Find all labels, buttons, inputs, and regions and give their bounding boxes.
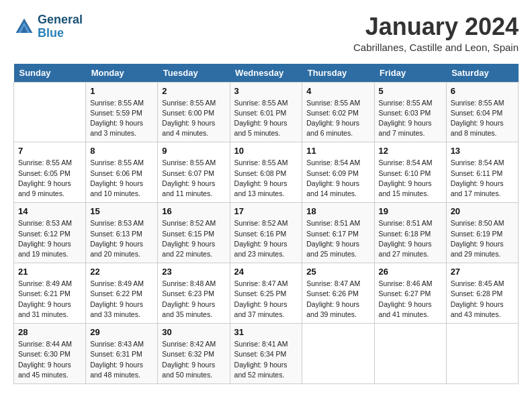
location-subtitle: Cabrillanes, Castille and Leon, Spain bbox=[353, 42, 519, 53]
day-number: 10 bbox=[234, 146, 298, 156]
day-info: Sunrise: 8:55 AMSunset: 6:00 PMDaylight:… bbox=[162, 98, 225, 139]
calendar-cell: 10Sunrise: 8:55 AMSunset: 6:08 PMDayligh… bbox=[230, 142, 302, 203]
day-info: Sunrise: 8:55 AMSunset: 6:08 PMDaylight:… bbox=[234, 158, 298, 199]
day-number: 7 bbox=[18, 146, 81, 156]
day-number: 15 bbox=[90, 206, 153, 216]
calendar-cell: 2Sunrise: 8:55 AMSunset: 6:00 PMDaylight… bbox=[158, 82, 230, 142]
day-number: 5 bbox=[379, 86, 442, 96]
page-header: General Blue January 2024 Cabrillanes, C… bbox=[13, 13, 519, 53]
day-number: 9 bbox=[162, 146, 225, 156]
calendar-cell bbox=[374, 324, 446, 384]
day-info: Sunrise: 8:52 AMSunset: 6:16 PMDaylight:… bbox=[234, 218, 298, 259]
day-info: Sunrise: 8:49 AMSunset: 6:22 PMDaylight:… bbox=[90, 279, 153, 320]
day-number: 19 bbox=[379, 206, 442, 216]
calendar-week-1: 1Sunrise: 8:55 AMSunset: 5:59 PMDaylight… bbox=[14, 82, 519, 142]
calendar-cell: 31Sunrise: 8:41 AMSunset: 6:34 PMDayligh… bbox=[230, 324, 302, 384]
day-info: Sunrise: 8:55 AMSunset: 6:05 PMDaylight:… bbox=[18, 158, 81, 199]
calendar-cell: 13Sunrise: 8:54 AMSunset: 6:11 PMDayligh… bbox=[446, 142, 518, 203]
calendar-cell: 20Sunrise: 8:50 AMSunset: 6:19 PMDayligh… bbox=[446, 203, 518, 263]
calendar-cell bbox=[14, 82, 86, 142]
calendar-week-2: 7Sunrise: 8:55 AMSunset: 6:05 PMDaylight… bbox=[14, 142, 519, 203]
column-header-friday: Friday bbox=[374, 64, 446, 83]
day-info: Sunrise: 8:43 AMSunset: 6:31 PMDaylight:… bbox=[90, 339, 153, 380]
day-number: 17 bbox=[234, 206, 298, 216]
calendar-cell: 8Sunrise: 8:55 AMSunset: 6:06 PMDaylight… bbox=[86, 142, 158, 203]
month-title: January 2024 bbox=[353, 13, 519, 40]
day-info: Sunrise: 8:55 AMSunset: 6:03 PMDaylight:… bbox=[379, 98, 442, 139]
day-number: 22 bbox=[90, 267, 153, 277]
day-info: Sunrise: 8:48 AMSunset: 6:23 PMDaylight:… bbox=[162, 279, 225, 320]
calendar-cell bbox=[302, 324, 374, 384]
calendar-cell: 19Sunrise: 8:51 AMSunset: 6:18 PMDayligh… bbox=[374, 203, 446, 263]
day-number: 27 bbox=[451, 267, 514, 277]
day-info: Sunrise: 8:47 AMSunset: 6:25 PMDaylight:… bbox=[234, 279, 298, 320]
calendar-cell: 15Sunrise: 8:53 AMSunset: 6:13 PMDayligh… bbox=[86, 203, 158, 263]
calendar-cell: 27Sunrise: 8:45 AMSunset: 6:28 PMDayligh… bbox=[446, 263, 518, 324]
day-number: 23 bbox=[162, 267, 225, 277]
day-info: Sunrise: 8:50 AMSunset: 6:19 PMDaylight:… bbox=[451, 218, 514, 259]
calendar-cell: 24Sunrise: 8:47 AMSunset: 6:25 PMDayligh… bbox=[230, 263, 302, 324]
day-number: 18 bbox=[306, 206, 369, 216]
day-number: 30 bbox=[162, 327, 225, 337]
logo: General Blue bbox=[13, 13, 83, 40]
calendar-cell: 28Sunrise: 8:44 AMSunset: 6:30 PMDayligh… bbox=[14, 324, 86, 384]
day-info: Sunrise: 8:46 AMSunset: 6:27 PMDaylight:… bbox=[379, 279, 442, 320]
calendar-cell: 26Sunrise: 8:46 AMSunset: 6:27 PMDayligh… bbox=[374, 263, 446, 324]
day-number: 26 bbox=[379, 267, 442, 277]
day-info: Sunrise: 8:55 AMSunset: 6:02 PMDaylight:… bbox=[306, 98, 369, 139]
calendar-cell: 6Sunrise: 8:55 AMSunset: 6:04 PMDaylight… bbox=[446, 82, 518, 142]
day-number: 20 bbox=[451, 206, 514, 216]
day-number: 3 bbox=[234, 86, 298, 96]
calendar-week-5: 28Sunrise: 8:44 AMSunset: 6:30 PMDayligh… bbox=[14, 324, 519, 384]
column-header-thursday: Thursday bbox=[302, 64, 374, 83]
day-info: Sunrise: 8:53 AMSunset: 6:13 PMDaylight:… bbox=[90, 218, 153, 259]
day-info: Sunrise: 8:51 AMSunset: 6:18 PMDaylight:… bbox=[379, 218, 442, 259]
column-header-monday: Monday bbox=[86, 64, 158, 83]
calendar-cell: 5Sunrise: 8:55 AMSunset: 6:03 PMDaylight… bbox=[374, 82, 446, 142]
calendar-cell: 18Sunrise: 8:51 AMSunset: 6:17 PMDayligh… bbox=[302, 203, 374, 263]
calendar-cell: 29Sunrise: 8:43 AMSunset: 6:31 PMDayligh… bbox=[86, 324, 158, 384]
day-number: 6 bbox=[451, 86, 514, 96]
calendar-cell: 25Sunrise: 8:47 AMSunset: 6:26 PMDayligh… bbox=[302, 263, 374, 324]
calendar-cell: 3Sunrise: 8:55 AMSunset: 6:01 PMDaylight… bbox=[230, 82, 302, 142]
day-number: 28 bbox=[18, 327, 81, 337]
day-info: Sunrise: 8:55 AMSunset: 6:06 PMDaylight:… bbox=[90, 158, 153, 199]
day-number: 24 bbox=[234, 267, 298, 277]
day-info: Sunrise: 8:42 AMSunset: 6:32 PMDaylight:… bbox=[162, 339, 225, 380]
day-number: 14 bbox=[18, 206, 81, 216]
calendar-cell: 1Sunrise: 8:55 AMSunset: 5:59 PMDaylight… bbox=[86, 82, 158, 142]
day-info: Sunrise: 8:51 AMSunset: 6:17 PMDaylight:… bbox=[306, 218, 369, 259]
day-number: 31 bbox=[234, 327, 298, 337]
day-number: 21 bbox=[18, 267, 81, 277]
calendar-cell: 9Sunrise: 8:55 AMSunset: 6:07 PMDaylight… bbox=[158, 142, 230, 203]
day-number: 13 bbox=[451, 146, 514, 156]
calendar-cell: 17Sunrise: 8:52 AMSunset: 6:16 PMDayligh… bbox=[230, 203, 302, 263]
column-header-wednesday: Wednesday bbox=[230, 64, 302, 83]
day-info: Sunrise: 8:41 AMSunset: 6:34 PMDaylight:… bbox=[234, 339, 298, 380]
title-block: January 2024 Cabrillanes, Castille and L… bbox=[353, 13, 519, 53]
calendar-week-3: 14Sunrise: 8:53 AMSunset: 6:12 PMDayligh… bbox=[14, 203, 519, 263]
day-number: 29 bbox=[90, 327, 153, 337]
day-info: Sunrise: 8:47 AMSunset: 6:26 PMDaylight:… bbox=[306, 279, 369, 320]
calendar-cell: 16Sunrise: 8:52 AMSunset: 6:15 PMDayligh… bbox=[158, 203, 230, 263]
calendar-cell: 4Sunrise: 8:55 AMSunset: 6:02 PMDaylight… bbox=[302, 82, 374, 142]
day-info: Sunrise: 8:52 AMSunset: 6:15 PMDaylight:… bbox=[162, 218, 225, 259]
day-number: 1 bbox=[90, 86, 153, 96]
day-info: Sunrise: 8:54 AMSunset: 6:10 PMDaylight:… bbox=[379, 158, 442, 199]
day-number: 2 bbox=[162, 86, 225, 96]
day-number: 4 bbox=[306, 86, 369, 96]
day-info: Sunrise: 8:55 AMSunset: 6:07 PMDaylight:… bbox=[162, 158, 225, 199]
calendar-cell: 11Sunrise: 8:54 AMSunset: 6:09 PMDayligh… bbox=[302, 142, 374, 203]
calendar-cell: 21Sunrise: 8:49 AMSunset: 6:21 PMDayligh… bbox=[14, 263, 86, 324]
day-info: Sunrise: 8:55 AMSunset: 5:59 PMDaylight:… bbox=[90, 98, 153, 139]
day-info: Sunrise: 8:49 AMSunset: 6:21 PMDaylight:… bbox=[18, 279, 81, 320]
calendar-cell: 30Sunrise: 8:42 AMSunset: 6:32 PMDayligh… bbox=[158, 324, 230, 384]
column-header-saturday: Saturday bbox=[446, 64, 518, 83]
day-info: Sunrise: 8:55 AMSunset: 6:04 PMDaylight:… bbox=[451, 98, 514, 139]
day-info: Sunrise: 8:55 AMSunset: 6:01 PMDaylight:… bbox=[234, 98, 298, 139]
day-info: Sunrise: 8:53 AMSunset: 6:12 PMDaylight:… bbox=[18, 218, 81, 259]
calendar-cell: 12Sunrise: 8:54 AMSunset: 6:10 PMDayligh… bbox=[374, 142, 446, 203]
day-info: Sunrise: 8:54 AMSunset: 6:11 PMDaylight:… bbox=[451, 158, 514, 199]
logo-icon bbox=[13, 16, 35, 38]
day-number: 16 bbox=[162, 206, 225, 216]
